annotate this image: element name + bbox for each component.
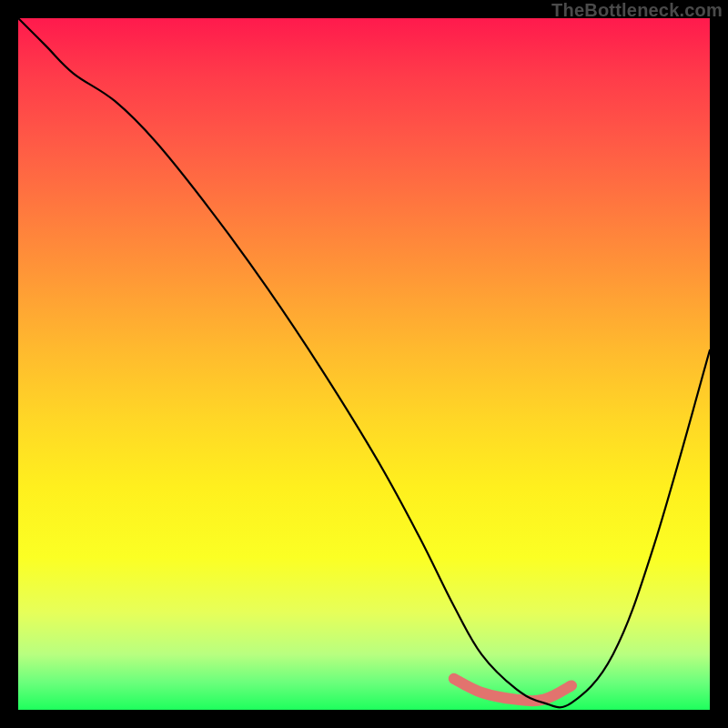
valley-highlight	[454, 679, 571, 701]
curve-layer	[18, 18, 710, 710]
plot-area	[18, 18, 710, 710]
watermark-text: TheBottleneck.com	[551, 0, 723, 21]
bottleneck-curve	[18, 18, 710, 707]
chart-frame: TheBottleneck.com	[0, 0, 728, 728]
